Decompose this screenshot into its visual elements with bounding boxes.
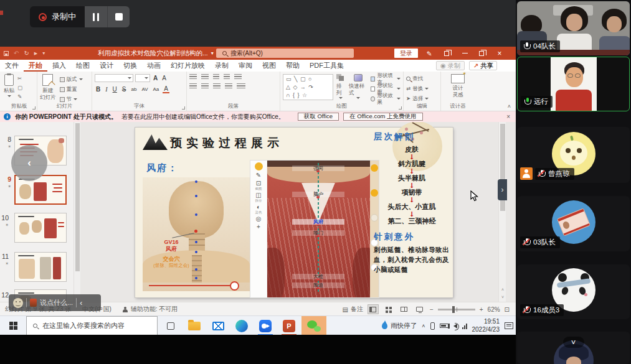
- cut-icon[interactable]: ✂: [17, 75, 22, 82]
- collapse-ribbon-icon[interactable]: ˄: [508, 103, 511, 110]
- scroll-participants-down-button[interactable]: ˅: [563, 337, 584, 348]
- text-shadow-button[interactable]: ab: [130, 86, 138, 92]
- draw-pen-icon[interactable]: ✎: [421, 47, 437, 60]
- participant-tile-zengyanqiong[interactable]: 曾燕琼: [517, 127, 630, 183]
- ppt-search-box[interactable]: 搜索(Alt+Q): [216, 49, 354, 58]
- italic-button[interactable]: I: [104, 86, 108, 93]
- zoom-level[interactable]: 62%: [488, 306, 500, 313]
- action-center-icon[interactable]: [505, 322, 513, 329]
- tab-file[interactable]: 文件: [0, 60, 24, 72]
- share-button[interactable]: ↗ 共享: [469, 61, 497, 70]
- notes-button[interactable]: ▤备注: [342, 305, 363, 314]
- zoom-in-button[interactable]: +: [480, 306, 483, 313]
- line-spacing-icon[interactable]: [234, 74, 242, 80]
- meeting-panel-expand-tab[interactable]: ›: [498, 179, 507, 200]
- tab-home[interactable]: 开始: [24, 60, 47, 72]
- character-spacing-button[interactable]: AV: [140, 86, 149, 92]
- signin-button[interactable]: 登录: [394, 49, 418, 58]
- format-painter-icon[interactable]: ✎: [17, 93, 22, 100]
- tab-review[interactable]: 审阅: [234, 60, 257, 72]
- shapes-gallery[interactable]: ▭ ╲ ▢ ○ △ ◇ → ↷ ∩ { } ☆: [283, 74, 333, 100]
- font-dialog-launcher[interactable]: [182, 106, 185, 110]
- reset-button[interactable]: 重置: [60, 85, 83, 93]
- save-icon[interactable]: [4, 51, 9, 56]
- record-presentation-button[interactable]: ◉ 录制: [436, 61, 465, 70]
- thumbnail-scrollbar[interactable]: [74, 122, 80, 302]
- battery-icon[interactable]: [440, 324, 448, 328]
- title-caret-icon[interactable]: ▾: [211, 50, 214, 56]
- participant-tile-04duizhang[interactable]: 04队长: [517, 1, 630, 55]
- grow-font-button[interactable]: A: [152, 75, 159, 82]
- your-phone-icon[interactable]: [430, 322, 435, 330]
- participant-tile-yuanxing-active-speaker[interactable]: 远行: [517, 57, 630, 111]
- find-button[interactable]: 查找: [406, 75, 438, 83]
- edge-button[interactable]: [230, 316, 253, 335]
- font-name-select[interactable]: [95, 74, 133, 82]
- canvas-scrollbar[interactable]: ˄ ˅: [498, 122, 506, 302]
- copy-icon[interactable]: ▢: [17, 85, 22, 91]
- meeting-app-button[interactable]: [254, 316, 277, 335]
- font-size-select[interactable]: [135, 74, 150, 82]
- slide-thumbnail-10[interactable]: [14, 213, 67, 243]
- numbering-icon[interactable]: [201, 74, 209, 80]
- taskbar-search-box[interactable]: 在这里输入你要搜索的内容: [26, 316, 158, 335]
- tab-design[interactable]: 设计: [95, 60, 118, 72]
- justify-icon[interactable]: [225, 83, 232, 89]
- columns-icon[interactable]: [237, 83, 245, 89]
- normal-view-button[interactable]: [368, 304, 379, 314]
- align-left-icon[interactable]: [189, 83, 197, 89]
- replace-button[interactable]: ⇄替换: [406, 85, 438, 93]
- close-button[interactable]: ×: [491, 47, 508, 60]
- tab-slideshow[interactable]: 幻灯片放映: [166, 60, 210, 72]
- get-office-button[interactable]: 获取 Office: [298, 113, 339, 121]
- drawing-dialog-launcher[interactable]: [399, 106, 402, 110]
- participant-tile-03duizhang[interactable]: 03队长: [517, 196, 630, 251]
- underline-button[interactable]: U: [111, 86, 118, 93]
- decrease-indent-icon[interactable]: [213, 74, 219, 80]
- chat-collapse-icon[interactable]: ‹: [80, 299, 82, 307]
- tab-pdf-tools[interactable]: PDF工具集: [305, 60, 349, 72]
- start-slideshow-icon[interactable]: ▶: [34, 51, 37, 56]
- reading-view-button[interactable]: [399, 304, 410, 314]
- font-color-button[interactable]: A: [163, 85, 169, 93]
- tab-record[interactable]: 录制: [210, 60, 234, 72]
- chat-image-thumbnail[interactable]: [30, 299, 37, 307]
- shrink-font-button[interactable]: A: [161, 75, 168, 82]
- tab-transitions[interactable]: 切换: [118, 60, 142, 72]
- clock[interactable]: 19:512022/4/23: [472, 318, 500, 334]
- zoom-out-button[interactable]: −: [430, 306, 434, 313]
- emoji-icon[interactable]: [13, 298, 23, 308]
- change-case-button[interactable]: Aa: [151, 86, 160, 92]
- previous-slide-icon[interactable]: ˄: [499, 287, 506, 292]
- design-ideas-button[interactable]: 设计灵感: [444, 74, 472, 98]
- align-right-icon[interactable]: [213, 83, 221, 89]
- accessibility-status[interactable]: 辅助功能: 不可用: [131, 305, 178, 314]
- select-button[interactable]: ➤选择: [406, 95, 438, 103]
- restore-button[interactable]: [473, 47, 490, 60]
- shape-effects-button[interactable]: 形状效果: [371, 95, 401, 103]
- powerpoint-button[interactable]: P: [278, 316, 300, 335]
- wechat-button[interactable]: [301, 316, 326, 335]
- arrange-button[interactable]: 排列: [336, 74, 346, 99]
- participant-tile-partial[interactable]: ˅: [517, 332, 630, 364]
- weather-widget[interactable]: 雨快停了: [382, 322, 417, 330]
- chat-input[interactable]: 说点什么...: [40, 298, 73, 307]
- zoom-slider[interactable]: [438, 309, 475, 310]
- pause-recording-button[interactable]: [85, 6, 107, 27]
- paste-button[interactable]: 粘贴: [4, 74, 14, 97]
- fit-to-window-icon[interactable]: ⊡: [505, 306, 510, 313]
- dismiss-notification-icon[interactable]: ×: [506, 113, 510, 120]
- layout-button[interactable]: 版式: [60, 75, 83, 83]
- ribbon-display-options-icon[interactable]: [439, 47, 455, 60]
- tab-insert[interactable]: 插入: [47, 60, 71, 72]
- network-icon[interactable]: [462, 323, 467, 329]
- file-explorer-button[interactable]: [183, 316, 206, 335]
- new-slide-button[interactable]: 新建幻灯片: [40, 74, 56, 100]
- strikethrough-button[interactable]: S: [121, 86, 128, 93]
- overlay-back-button[interactable]: ‹: [11, 145, 47, 181]
- task-view-button[interactable]: [159, 316, 182, 335]
- clipboard-dialog-launcher[interactable]: [32, 106, 36, 110]
- redo-icon[interactable]: ↻: [24, 50, 29, 57]
- increase-indent-icon[interactable]: [224, 74, 230, 80]
- stop-recording-button[interactable]: [107, 6, 130, 27]
